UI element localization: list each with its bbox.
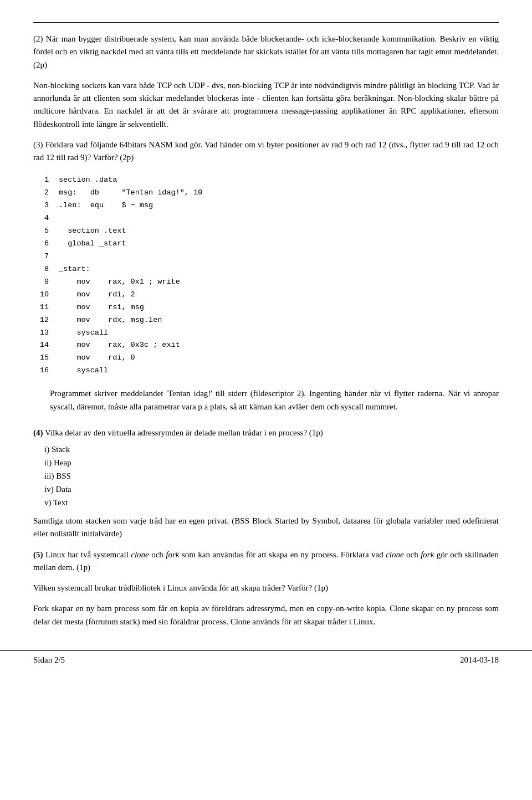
line-num-4: 4 bbox=[33, 212, 49, 225]
code-block: 1 section .data 2 msg: db "Tentan idag!"… bbox=[33, 174, 499, 377]
q4-answer-text: Samtliga utom stacken som varje tråd har… bbox=[33, 516, 499, 538]
q3-intro-text: (3) Förklara vad följande 64bitars NASM … bbox=[33, 140, 499, 162]
code-line-13: 13 syscall bbox=[33, 327, 499, 340]
q2-intro-paragraph: (2) När man bygger distribuerade system,… bbox=[33, 33, 499, 71]
line-num-2: 2 bbox=[33, 187, 49, 199]
code-line-3: 3 .len: equ $ − msg bbox=[33, 199, 499, 212]
line-num-5: 5 bbox=[33, 225, 49, 238]
code-line-10: 10 mov rdi, 2 bbox=[33, 289, 499, 301]
q4-question-text: (4) Vilka delar av den virtuella adressr… bbox=[33, 428, 323, 437]
code-content-8: _start: bbox=[59, 263, 90, 276]
q2-intro-text: (2) När man bygger distribuerade system,… bbox=[33, 34, 499, 69]
q5-answer-text: Fork skapar en ny barn process som får e… bbox=[33, 604, 499, 625]
code-content-3: .len: equ $ − msg bbox=[59, 199, 153, 212]
q4-answer: Samtliga utom stacken som varje tråd har… bbox=[33, 515, 499, 541]
code-line-11: 11 mov rsi, msg bbox=[33, 301, 499, 314]
code-line-2: 2 msg: db "Tentan idag!", 10 bbox=[33, 187, 499, 199]
line-num-7: 7 bbox=[33, 250, 49, 263]
line-num-1: 1 bbox=[33, 174, 49, 187]
code-line-15: 15 mov rdi, 0 bbox=[33, 352, 499, 365]
code-content-5: section .text bbox=[59, 225, 126, 238]
code-line-9: 9 mov rax, 0x1 ; write bbox=[33, 276, 499, 289]
code-content-11: mov rsi, msg bbox=[59, 301, 144, 314]
code-explanation-block: Programmet skriver meddelandet 'Tentan i… bbox=[50, 387, 499, 413]
top-rule bbox=[33, 22, 499, 23]
line-num-13: 13 bbox=[33, 327, 49, 340]
q5-answer: Fork skapar en ny barn process som får e… bbox=[33, 602, 499, 628]
page: (2) När man bygger distribuerade system,… bbox=[0, 0, 532, 680]
code-content-13: syscall bbox=[59, 327, 108, 340]
q5-question-2: Vilken systemcall brukar trådbibliotek i… bbox=[33, 582, 499, 594]
code-content-16: syscall bbox=[59, 365, 108, 377]
q2-nonblocking-paragraph: Non-blocking sockets kan vara både TCP o… bbox=[33, 79, 499, 131]
code-line-16: 16 syscall bbox=[33, 365, 499, 377]
q3-intro-paragraph: (3) Förklara vad följande 64bitars NASM … bbox=[33, 139, 499, 165]
code-explanation-text: Programmet skriver meddelandet 'Tentan i… bbox=[50, 389, 499, 411]
q4-item-3: iii) BSS bbox=[44, 469, 499, 483]
line-num-8: 8 bbox=[33, 263, 49, 276]
code-content-9: mov rax, 0x1 ; write bbox=[59, 276, 180, 289]
q5-question: (5) Linux har två systemcall clone och f… bbox=[33, 548, 499, 575]
q5-question-2-text: Vilken systemcall brukar trådbibliotek i… bbox=[33, 583, 328, 592]
line-num-3: 3 bbox=[33, 199, 49, 212]
page-footer: Sidan 2/5 2014-03-18 bbox=[0, 650, 532, 665]
code-line-8: 8 _start: bbox=[33, 263, 499, 276]
code-line-5: 5 section .text bbox=[33, 225, 499, 238]
code-line-12: 12 mov rdx, msg.len bbox=[33, 314, 499, 327]
q4-question: (4) Vilka delar av den virtuella adressr… bbox=[33, 427, 499, 439]
code-content-2: msg: db "Tentan idag!", 10 bbox=[59, 187, 202, 199]
code-line-4: 4 bbox=[33, 212, 499, 225]
line-num-16: 16 bbox=[33, 365, 49, 377]
footer-right: 2014-03-18 bbox=[460, 655, 499, 665]
code-line-7: 7 bbox=[33, 250, 499, 263]
code-line-1: 1 section .data bbox=[33, 174, 499, 187]
line-num-6: 6 bbox=[33, 238, 49, 250]
line-num-10: 10 bbox=[33, 289, 49, 301]
code-content-14: mov rax, 0x3c ; exit bbox=[59, 339, 180, 352]
code-content-1: section .data bbox=[59, 174, 117, 187]
line-num-15: 15 bbox=[33, 352, 49, 365]
code-line-6: 6 global _start bbox=[33, 238, 499, 250]
footer-left: Sidan 2/5 bbox=[33, 655, 65, 665]
q4-item-1: i) Stack bbox=[44, 443, 499, 456]
q4-item-2: ii) Heap bbox=[44, 456, 499, 469]
line-num-9: 9 bbox=[33, 276, 49, 289]
code-content-12: mov rdx, msg.len bbox=[59, 314, 162, 327]
code-content-6: global _start bbox=[59, 238, 126, 250]
q4-item-4: iv) Data bbox=[44, 483, 499, 496]
q2-nonblocking-text: Non-blocking sockets kan vara både TCP o… bbox=[33, 81, 499, 129]
code-line-14: 14 mov rax, 0x3c ; exit bbox=[33, 339, 499, 352]
line-num-14: 14 bbox=[33, 339, 49, 352]
line-num-12: 12 bbox=[33, 314, 49, 327]
q4-item-5: v) Text bbox=[44, 496, 499, 509]
code-content-15: mov rdi, 0 bbox=[59, 352, 135, 365]
code-content-10: mov rdi, 2 bbox=[59, 289, 135, 301]
line-num-11: 11 bbox=[33, 301, 49, 314]
q5-question-text: (5) Linux har två systemcall clone och f… bbox=[33, 550, 499, 572]
